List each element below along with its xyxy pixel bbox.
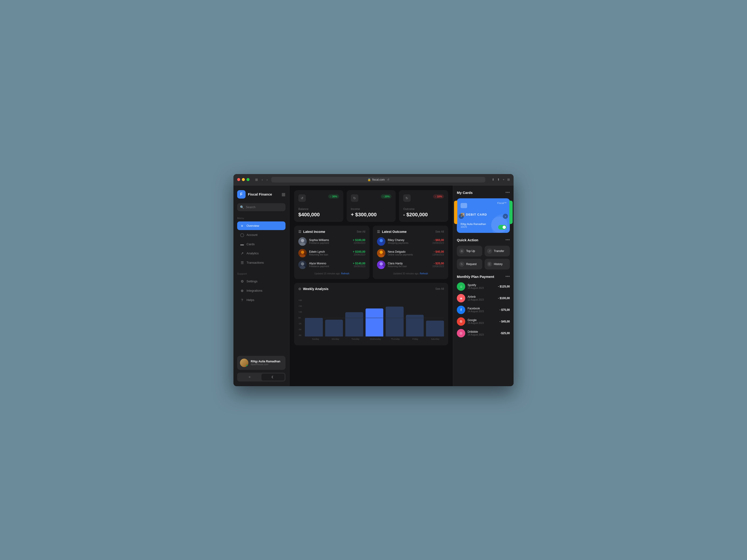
menu-section-label: Menu bbox=[237, 217, 285, 219]
light-theme-button[interactable]: ☀ bbox=[238, 374, 261, 380]
neva-name: Neva Delgado bbox=[388, 250, 430, 254]
svg-point-10 bbox=[380, 262, 383, 266]
neva-info: Neva Delgado Online course payments bbox=[388, 250, 430, 256]
monthly-plan-section: Monthly Plan Payment ••• ♫ Spotify 10 Au… bbox=[457, 274, 510, 341]
sidebar-collapse-button[interactable]: ▦ bbox=[282, 192, 285, 197]
support-section-label: Support bbox=[237, 272, 285, 275]
bar-saturday bbox=[426, 321, 444, 336]
nav-account[interactable]: ◯ Account bbox=[237, 231, 285, 239]
quick-action-more[interactable]: ••• bbox=[506, 238, 510, 242]
sidebar-toggle-browser[interactable]: ⊞ bbox=[254, 177, 259, 182]
plan-item-facebook: f Facebook 14 August 2023 - $75,00 bbox=[457, 306, 510, 314]
nav-settings-label: Settings bbox=[247, 279, 257, 283]
spotify-icon: ♫ bbox=[457, 282, 465, 291]
y-label-n8k: -8K bbox=[298, 334, 302, 337]
svg-point-8 bbox=[380, 250, 383, 254]
income-title-icon: ☰ bbox=[298, 230, 301, 234]
outcome-item-1: Neva Delgado Online course payments - $4… bbox=[377, 249, 444, 257]
svg-point-5 bbox=[300, 266, 305, 269]
my-cards-section: My Cards ••• Fiscal™ bbox=[457, 190, 510, 233]
airbnb-info: Airbnb 12 August 2023 bbox=[468, 295, 496, 301]
outcome-badge: ↑ 10% bbox=[433, 194, 444, 198]
nav-overview[interactable]: ≡ Overview bbox=[237, 221, 285, 230]
minimize-button[interactable] bbox=[242, 178, 245, 181]
share-icon[interactable]: ⬆ bbox=[497, 178, 500, 181]
plan-item-spotify: ♫ Spotify 10 August 2023 - $125,00 bbox=[457, 282, 510, 291]
user-name: Rifqy Aulia Ramadhan bbox=[251, 360, 283, 363]
transfer-button[interactable]: ↗ Transfer bbox=[485, 246, 510, 257]
outcome-see-all[interactable]: See All bbox=[435, 230, 444, 233]
income-card-title: ☰ Latest Income bbox=[298, 230, 325, 234]
maximize-button[interactable] bbox=[247, 178, 250, 181]
analysis-icon: ⊙ bbox=[298, 287, 301, 291]
nav-overview-label: Overview bbox=[247, 224, 259, 228]
close-button[interactable] bbox=[237, 178, 240, 181]
google-date: 16 August 2023 bbox=[468, 322, 497, 324]
history-button[interactable]: ☰ History bbox=[485, 259, 510, 269]
search-icon: 🔍 bbox=[240, 205, 244, 209]
alyce-amount-val: + $140,00 bbox=[353, 262, 365, 265]
bar-wednesday bbox=[365, 309, 384, 337]
google-name: Google bbox=[468, 319, 497, 322]
facebook-name: Facebook bbox=[468, 307, 497, 310]
dribbble-date: 18 August 2023 bbox=[468, 334, 498, 336]
forward-button[interactable]: › bbox=[266, 177, 269, 182]
nav-settings[interactable]: ⚙ Settings bbox=[237, 277, 285, 286]
dark-theme-button[interactable]: ☾ bbox=[261, 374, 285, 380]
topup-button[interactable]: ⊕ Top Up bbox=[457, 246, 482, 257]
new-tab-icon[interactable]: + bbox=[503, 178, 505, 181]
airbnb-name: Airbnb bbox=[468, 295, 496, 298]
request-icon: ↻ bbox=[459, 262, 464, 267]
income-card-header: ☰ Latest Income See All bbox=[298, 230, 365, 234]
outcome-value: - $200,000 bbox=[403, 212, 444, 218]
riley-amount-val: - $60,00 bbox=[432, 238, 444, 242]
tabs-icon[interactable]: ⊞ bbox=[507, 178, 510, 181]
label-monday: Monday bbox=[327, 338, 344, 340]
riley-name: Riley Chaney bbox=[388, 238, 430, 242]
edwin-date: 20/08/2023 bbox=[353, 254, 365, 256]
svg-point-4 bbox=[301, 262, 304, 266]
sophia-sub: Freelance payment bbox=[309, 242, 351, 244]
facebook-icon: f bbox=[457, 306, 465, 314]
nav-integrations[interactable]: ⊕ Integrations bbox=[237, 286, 285, 295]
next-card-sliver bbox=[509, 201, 513, 224]
card-prev-button[interactable]: ‹ bbox=[459, 214, 464, 219]
nav-cards[interactable]: ▬ Cards bbox=[237, 240, 285, 248]
analysis-see-all[interactable]: See All bbox=[435, 287, 444, 291]
search-input[interactable] bbox=[246, 205, 283, 209]
address-bar[interactable]: 🔒 fiscal.com ↺ bbox=[271, 177, 485, 183]
clara-date: 10/08/2023 bbox=[432, 265, 444, 268]
sophia-avatar bbox=[298, 237, 307, 246]
nav-analytics[interactable]: ↗ Analytics bbox=[237, 249, 285, 258]
online-indicator bbox=[246, 365, 248, 367]
monthly-plan-more[interactable]: ••• bbox=[506, 274, 510, 279]
download-icon[interactable]: ⬇ bbox=[492, 178, 494, 181]
spotify-amount: - $125,00 bbox=[498, 285, 510, 288]
nav-analytics-label: Analytics bbox=[247, 251, 259, 255]
request-button[interactable]: ↻ Request bbox=[457, 259, 482, 269]
chart-bars-container bbox=[305, 299, 444, 337]
outcome-card-title: ☰ Latest Outcome bbox=[377, 230, 407, 234]
analysis-card-header: ⊙ Weekly Analysis See All bbox=[298, 287, 444, 291]
bar-monday bbox=[325, 320, 343, 337]
label-saturday: Saturday bbox=[427, 338, 444, 340]
card-toggle[interactable] bbox=[498, 225, 507, 230]
nav-integrations-label: Integrations bbox=[247, 289, 262, 292]
nav-helps[interactable]: ? Helps bbox=[237, 296, 285, 304]
edwin-avatar bbox=[298, 249, 307, 257]
theme-toggle[interactable]: ☀ ☾ bbox=[237, 373, 285, 381]
google-info: Google 16 August 2023 bbox=[468, 319, 497, 324]
svg-point-7 bbox=[379, 242, 384, 246]
income-see-all[interactable]: See All bbox=[357, 230, 365, 233]
income-refresh-link[interactable]: Refresh bbox=[341, 272, 349, 275]
my-cards-more[interactable]: ••• bbox=[506, 190, 510, 195]
topup-icon: ⊕ bbox=[459, 248, 464, 254]
nav-transactions[interactable]: ☰ Transactions bbox=[237, 258, 285, 267]
clara-sub: Returning the loan bbox=[388, 265, 430, 268]
search-box[interactable]: 🔍 bbox=[237, 203, 285, 211]
url-display: fiscal.com bbox=[372, 178, 385, 181]
main-debit-card[interactable]: Fiscal™ 📶 DEBIT CARD Rifqy Aulia Ramadha… bbox=[457, 198, 510, 233]
back-button[interactable]: ‹ bbox=[261, 177, 264, 182]
outcome-update-note: Updated 30 minutes ago. Refresh bbox=[377, 272, 444, 275]
outcome-refresh-link[interactable]: Refresh bbox=[420, 272, 428, 275]
